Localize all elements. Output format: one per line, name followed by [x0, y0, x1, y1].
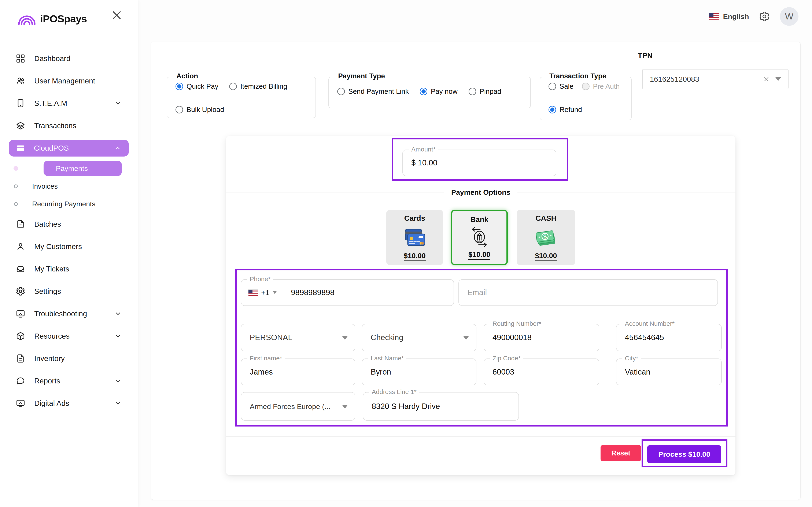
radio-refund[interactable]: Refund — [549, 106, 582, 114]
topbar-right-cluster: English W — [709, 7, 799, 26]
sidebar-item-cloudpos[interactable]: CloudPOS — [9, 139, 129, 157]
account-subtype-select[interactable]: Checking — [362, 324, 476, 351]
process-button[interactable]: Process $10.00 — [647, 445, 721, 463]
payment-panel: Amount* $ 10.00 Payment Options Cards — [226, 136, 735, 475]
sidebar-item-payments[interactable]: Payments — [0, 159, 138, 177]
sidebar-item-settings[interactable]: Settings — [0, 280, 138, 302]
email-field[interactable]: Email — [458, 279, 718, 306]
language-selector[interactable]: English — [709, 12, 749, 21]
radio-send-payment-link[interactable]: Send Payment Link — [337, 88, 409, 96]
radio-pay-now[interactable]: Pay now — [420, 88, 458, 96]
monitor-ads-icon — [16, 398, 26, 408]
chat-bubble-icon — [16, 376, 26, 386]
topbar: English W — [138, 0, 812, 36]
sidebar-item-label: User Management — [34, 77, 95, 85]
sidebar-item-inventory[interactable]: Inventory — [0, 347, 138, 370]
settings-gear-icon[interactable] — [759, 11, 770, 22]
tpn-select[interactable]: 161625120083 — [642, 69, 789, 89]
account-type-select[interactable]: PERSONAL — [241, 324, 355, 351]
sidebar-item-invoices[interactable]: Invoices — [0, 177, 138, 195]
radio-disabled-icon — [582, 82, 590, 90]
account-type-value: PERSONAL — [250, 333, 293, 342]
phone-field[interactable]: Phone* +1 9898989898 — [241, 279, 454, 306]
sidebar-item-my-customers[interactable]: My Customers — [0, 235, 138, 258]
sidebar-item-user-management[interactable]: User Management — [0, 70, 138, 92]
state-select[interactable]: Armed Forces Europe (... — [241, 392, 355, 420]
sidebar-item-troubleshooting[interactable]: Troubleshooting — [0, 302, 138, 325]
caret-down-icon — [342, 336, 348, 340]
caret-down-icon[interactable] — [273, 291, 276, 294]
sidebar-item-payments-pill: Payments — [44, 161, 122, 176]
sidebar-item-resources[interactable]: Resources — [0, 325, 138, 347]
sidebar-item-reports[interactable]: Reports — [0, 370, 138, 392]
divider-line — [517, 192, 735, 192]
caret-down-icon — [775, 77, 781, 81]
last-name-field[interactable]: Last Name* Byron — [362, 358, 476, 385]
sidebar-item-label: My Tickets — [34, 265, 69, 273]
sidebar: iPOSpays Dashboard User Management S.T.E… — [0, 0, 138, 507]
routing-number-field[interactable]: Routing Number* 490000018 — [484, 324, 599, 351]
us-flag-icon — [709, 13, 719, 20]
radio-selected-icon — [420, 88, 427, 95]
payment-type-legend: Payment Type — [335, 72, 388, 80]
sidebar-item-label: Inventory — [34, 354, 65, 363]
city-field[interactable]: City* Vatican — [616, 358, 722, 385]
tablet-icon — [16, 99, 26, 108]
tile-cards[interactable]: Cards $10.00 — [386, 210, 443, 265]
radio-bulk-upload[interactable]: Bulk Upload — [175, 106, 224, 114]
sidebar-item-label: CloudPOS — [34, 144, 69, 152]
sidebar-item-recurring-payments[interactable]: Recurring Payments — [0, 195, 138, 213]
sidebar-item-dashboard[interactable]: Dashboard — [0, 47, 138, 70]
radio-icon — [337, 88, 345, 95]
sidebar-item-label: Recurring Payments — [32, 200, 95, 208]
inbox-icon — [16, 264, 26, 274]
state-value: Armed Forces Europe (... — [250, 402, 331, 410]
caret-down-icon — [463, 336, 469, 340]
tile-amount: $10.00 — [468, 250, 490, 260]
radio-pre-auth[interactable]: Pre Auth — [582, 82, 620, 91]
sidebar-item-label: Settings — [34, 287, 61, 295]
radio-icon — [175, 106, 183, 113]
sidebar-item-label: Dashboard — [34, 54, 70, 63]
sidebar-item-batches[interactable]: Batches — [0, 213, 138, 235]
radio-itemized-billing[interactable]: Itemized Billing — [229, 82, 287, 91]
sidebar-item-label: Transactions — [34, 121, 77, 130]
transaction-type-group: Transaction Type Sale Pre Auth Refund — [540, 77, 631, 120]
close-sidebar-icon[interactable] — [111, 9, 123, 21]
zip-code-field[interactable]: Zip Code* 60003 — [484, 358, 599, 385]
buttons-divider — [226, 436, 735, 437]
tpn-label: TPN — [638, 51, 653, 60]
radio-sale[interactable]: Sale — [549, 82, 573, 91]
radio-icon — [469, 88, 476, 95]
document-lines-icon — [16, 354, 26, 363]
tile-cash[interactable]: CASH $ $10.00 — [517, 210, 575, 265]
credit-card-icon — [16, 143, 26, 153]
radio-icon — [229, 82, 237, 90]
language-label: English — [723, 12, 749, 21]
sidebar-nav: Dashboard User Management S.T.E.A.M Tran… — [0, 47, 138, 414]
payment-options-divider: Payment Options — [226, 187, 735, 198]
radio-pinpad[interactable]: Pinpad — [469, 88, 501, 96]
gear-icon — [16, 286, 26, 296]
clear-icon[interactable] — [763, 76, 770, 83]
credit-cards-icon — [402, 226, 427, 248]
tile-bank[interactable]: Bank $10.00 — [451, 210, 508, 265]
file-minus-icon — [16, 219, 26, 229]
sidebar-item-digital-ads[interactable]: Digital Ads — [0, 392, 138, 414]
sidebar-item-label: Digital Ads — [34, 399, 69, 407]
reset-button[interactable]: Reset — [601, 445, 641, 461]
amount-field[interactable]: Amount* $ 10.00 — [402, 150, 556, 176]
account-number-field[interactable]: Account Number* 456454645 — [616, 324, 722, 351]
radio-icon — [549, 82, 556, 90]
chevron-down-icon — [114, 400, 121, 407]
first-name-field[interactable]: First name* James — [241, 358, 355, 385]
action-group: Action Quick Pay Itemized Billing Bulk U… — [167, 77, 316, 118]
sidebar-item-transactions[interactable]: Transactions — [0, 114, 138, 137]
sidebar-item-steam[interactable]: S.T.E.A.M — [0, 92, 138, 114]
sidebar-item-label: Reports — [34, 377, 60, 385]
radio-quick-pay[interactable]: Quick Pay — [175, 82, 218, 91]
address-line1-field[interactable]: Address Line 1* 8320 S Hardy Drive — [363, 392, 519, 420]
sidebar-item-my-tickets[interactable]: My Tickets — [0, 258, 138, 280]
active-bullet-icon — [13, 166, 18, 171]
avatar[interactable]: W — [780, 7, 799, 26]
